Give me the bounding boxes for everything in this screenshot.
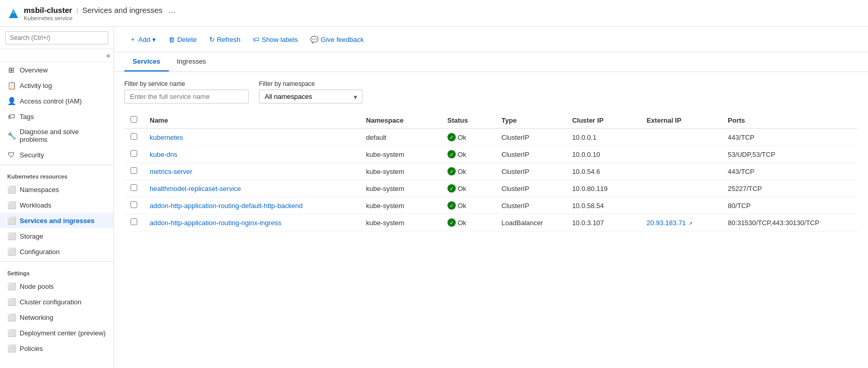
sidebar-item-label: Activity log bbox=[20, 82, 52, 90]
external-ip-link[interactable]: 20.93.183.71 bbox=[646, 219, 686, 227]
access-control-icon: 👤 bbox=[7, 97, 16, 105]
header-name: Name bbox=[143, 112, 360, 129]
node-pools-icon: ⬜ bbox=[7, 282, 16, 290]
row-checkbox-cell bbox=[124, 214, 143, 231]
select-all-checkbox[interactable] bbox=[131, 116, 137, 123]
row-checkbox[interactable] bbox=[131, 167, 137, 174]
sidebar-item-services-ingresses[interactable]: ⬜ Services and ingresses bbox=[0, 213, 113, 228]
sidebar-item-overview[interactable]: ⊞ Overview bbox=[0, 62, 113, 78]
delete-icon: 🗑 bbox=[168, 36, 175, 43]
add-button[interactable]: ＋ Add ▾ bbox=[124, 32, 161, 47]
sidebar-item-configuration[interactable]: ⬜ Configuration bbox=[0, 244, 113, 259]
row-ports: 443/TCP bbox=[721, 163, 858, 180]
row-type: ClusterIP bbox=[495, 146, 566, 163]
row-status: Ok bbox=[441, 163, 496, 180]
header-external-ip: External IP bbox=[640, 112, 721, 129]
row-type: ClusterIP bbox=[495, 180, 566, 197]
row-external-ip bbox=[640, 180, 721, 197]
row-status: Ok bbox=[441, 214, 496, 231]
row-status: Ok bbox=[441, 146, 496, 163]
row-checkbox[interactable] bbox=[131, 218, 137, 225]
service-name-link[interactable]: kubernetes bbox=[150, 134, 183, 141]
row-ports: 80:31530/TCP,443:30130/TCP bbox=[721, 214, 858, 231]
sidebar-item-security[interactable]: 🛡 Security bbox=[0, 147, 113, 163]
cluster-config-icon: ⬜ bbox=[7, 298, 16, 306]
delete-label: Delete bbox=[177, 36, 197, 43]
sidebar-item-activity-log[interactable]: 📋 Activity log bbox=[0, 78, 113, 93]
row-type: ClusterIP bbox=[495, 129, 566, 146]
row-checkbox-cell bbox=[124, 163, 143, 180]
sidebar-item-workloads[interactable]: ⬜ Workloads bbox=[0, 197, 113, 213]
table-row: kube-dnskube-systemOkClusterIP10.0.0.105… bbox=[124, 146, 858, 163]
service-name-link[interactable]: addon-http-application-routing-nginx-ing… bbox=[150, 219, 281, 227]
search-input[interactable] bbox=[5, 31, 108, 45]
row-checkbox[interactable] bbox=[131, 150, 137, 157]
sidebar-item-label: Configuration bbox=[20, 248, 60, 256]
row-name: addon-http-application-routing-nginx-ing… bbox=[143, 214, 360, 231]
page-title: Services and ingresses bbox=[82, 6, 163, 14]
status-text: Ok bbox=[458, 134, 467, 141]
row-namespace: kube-system bbox=[360, 197, 441, 214]
status-text: Ok bbox=[458, 168, 467, 175]
refresh-button[interactable]: ↻ Refresh bbox=[204, 33, 246, 46]
tab-services[interactable]: Services bbox=[124, 52, 169, 71]
service-name-link[interactable]: metrics-server bbox=[150, 168, 192, 175]
show-labels-button[interactable]: 🏷 Show labels bbox=[248, 33, 303, 46]
sidebar-item-access-control[interactable]: 👤 Access control (IAM) bbox=[0, 93, 113, 109]
header-separator: | bbox=[76, 6, 78, 14]
sidebar-item-label: Cluster configuration bbox=[20, 298, 81, 306]
diagnose-icon: 🔧 bbox=[7, 131, 16, 140]
svg-marker-1 bbox=[11, 9, 16, 13]
row-cluster-ip: 10.0.3.107 bbox=[566, 214, 641, 231]
sidebar-item-deployment-center[interactable]: ⬜ Deployment center (preview) bbox=[0, 325, 113, 341]
filter-name-input[interactable] bbox=[124, 90, 249, 104]
header-title-group: msbil-cluster | Services and ingresses .… bbox=[24, 6, 176, 21]
namespace-select[interactable]: All namespaces default kube-system bbox=[259, 90, 363, 104]
table-header: Name Namespace Status Type Cluster IP Ex… bbox=[124, 112, 858, 129]
row-checkbox[interactable] bbox=[131, 133, 137, 140]
content-area: ＋ Add ▾ 🗑 Delete ↻ Refresh 🏷 Show labels… bbox=[114, 27, 868, 368]
delete-button[interactable]: 🗑 Delete bbox=[163, 33, 202, 46]
row-cluster-ip: 10.0.54.6 bbox=[566, 163, 641, 180]
sidebar-item-label: Deployment center (preview) bbox=[20, 329, 106, 337]
row-type: ClusterIP bbox=[495, 163, 566, 180]
row-checkbox[interactable] bbox=[131, 184, 137, 191]
sidebar-item-namespaces[interactable]: ⬜ Namespaces bbox=[0, 182, 113, 197]
row-external-ip bbox=[640, 129, 721, 146]
row-checkbox[interactable] bbox=[131, 201, 137, 208]
sidebar-item-storage[interactable]: ⬜ Storage bbox=[0, 228, 113, 244]
sidebar-item-networking[interactable]: ⬜ Networking bbox=[0, 310, 113, 325]
row-type: ClusterIP bbox=[495, 197, 566, 214]
row-name: metrics-server bbox=[143, 163, 360, 180]
status-ok-icon bbox=[447, 201, 456, 210]
sidebar-collapse-button[interactable]: « bbox=[0, 49, 113, 62]
row-external-ip bbox=[640, 163, 721, 180]
service-name-link[interactable]: addon-http-application-routing-default-h… bbox=[150, 202, 303, 210]
header-status: Status bbox=[441, 112, 496, 129]
sidebar-item-tags[interactable]: 🏷 Tags bbox=[0, 109, 113, 124]
sidebar-item-diagnose[interactable]: 🔧 Diagnose and solve problems bbox=[0, 124, 113, 147]
service-name-link[interactable]: kube-dns bbox=[150, 151, 177, 158]
sidebar-item-label: Overview bbox=[20, 66, 48, 74]
header-ports: Ports bbox=[721, 112, 858, 129]
row-namespace: kube-system bbox=[360, 214, 441, 231]
give-feedback-button[interactable]: 💬 Give feedback bbox=[305, 33, 369, 46]
sidebar-item-policies[interactable]: ⬜ Policies bbox=[0, 341, 113, 356]
service-name-link[interactable]: healthmodel-replicaset-service bbox=[150, 185, 241, 193]
row-ports: 25227/TCP bbox=[721, 180, 858, 197]
header-bar: msbil-cluster | Services and ingresses .… bbox=[0, 0, 868, 27]
row-ports: 80/TCP bbox=[721, 197, 858, 214]
row-checkbox-cell bbox=[124, 129, 143, 146]
sidebar-item-node-pools[interactable]: ⬜ Node pools bbox=[0, 278, 113, 294]
sidebar-item-label: Policies bbox=[20, 345, 43, 352]
tab-ingresses[interactable]: Ingresses bbox=[169, 52, 214, 71]
table-row: kubernetesdefaultOkClusterIP10.0.0.1443/… bbox=[124, 129, 858, 146]
row-namespace: default bbox=[360, 129, 441, 146]
row-namespace: kube-system bbox=[360, 146, 441, 163]
more-options-button[interactable]: ... bbox=[169, 6, 176, 15]
sidebar-item-cluster-config[interactable]: ⬜ Cluster configuration bbox=[0, 294, 113, 310]
overview-icon: ⊞ bbox=[7, 66, 16, 74]
sidebar-item-label: Namespaces bbox=[20, 186, 59, 194]
filter-name-label: Filter by service name bbox=[124, 80, 249, 87]
tabs-container: Services Ingresses bbox=[114, 52, 868, 72]
